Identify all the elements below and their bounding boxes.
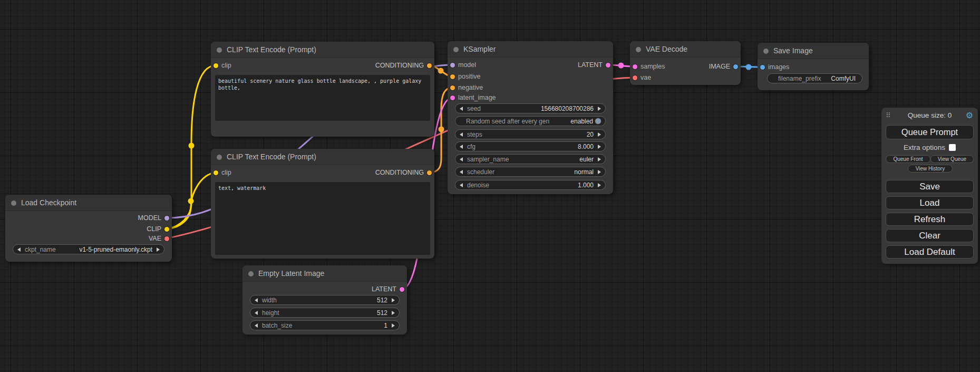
- steps-widget[interactable]: steps 20: [455, 129, 606, 139]
- clear-button[interactable]: Clear: [886, 229, 974, 242]
- toggle-icon[interactable]: [595, 118, 601, 124]
- gear-icon[interactable]: ⚙: [966, 110, 973, 121]
- load-button[interactable]: Load: [886, 196, 974, 209]
- increment-icon[interactable]: [598, 107, 601, 111]
- decrement-icon[interactable]: [255, 298, 258, 302]
- node-vae-decode[interactable]: VAE Decode samples IMAGE vae: [630, 41, 741, 85]
- decrement-icon[interactable]: [255, 311, 258, 315]
- increment-icon[interactable]: [598, 170, 601, 174]
- output-slot-conditioning[interactable]: CONDITIONING: [375, 61, 432, 70]
- refresh-button[interactable]: Refresh: [886, 213, 974, 226]
- node-save-image[interactable]: Save Image images filename_prefix ComfyU…: [758, 43, 869, 90]
- filename-prefix-widget[interactable]: filename_prefix ComfyUI: [767, 73, 862, 83]
- input-slot-samples[interactable]: samples: [633, 62, 665, 71]
- prompt-textarea[interactable]: beautiful scenery nature glass bottle la…: [215, 75, 430, 121]
- output-slot-image[interactable]: IMAGE: [709, 62, 738, 71]
- seed-widget[interactable]: seed 156680208700286: [455, 103, 606, 113]
- node-title-bar: KSampler: [448, 41, 613, 58]
- decrement-icon[interactable]: [460, 183, 463, 187]
- random-seed-toggle-widget[interactable]: Random seed after every gen enabled: [455, 116, 606, 126]
- queue-panel-header: ⠿ Queue size: 0 ⚙: [881, 108, 978, 123]
- node-title: CLIP Text Encode (Prompt): [227, 45, 316, 54]
- width-widget[interactable]: width 512: [250, 295, 400, 305]
- node-clip-text-encode-positive[interactable]: CLIP Text Encode (Prompt) clip CONDITION…: [211, 42, 434, 137]
- ckpt-name-widget[interactable]: ckpt_name v1-5-pruned-emaonly.ckpt: [13, 244, 164, 254]
- increment-icon[interactable]: [598, 157, 601, 161]
- latent-port-icon[interactable]: [450, 96, 455, 100]
- extra-options-checkbox[interactable]: [949, 144, 956, 151]
- prompt-textarea[interactable]: text, watermark: [215, 182, 430, 255]
- output-slot-latent[interactable]: LATENT: [578, 60, 610, 70]
- increment-icon[interactable]: [598, 183, 601, 187]
- model-port-icon[interactable]: [450, 63, 455, 68]
- model-port-icon[interactable]: [164, 216, 169, 221]
- denoise-widget[interactable]: denoise 1.000: [455, 180, 606, 190]
- drag-handle-icon[interactable]: ⠿: [886, 111, 891, 119]
- collapse-dot-icon[interactable]: [217, 155, 222, 160]
- clip-port-icon[interactable]: [214, 170, 218, 175]
- increment-icon[interactable]: [598, 145, 601, 149]
- input-slot-latent-image[interactable]: latent_image: [450, 93, 496, 102]
- vae-port-icon[interactable]: [633, 75, 637, 80]
- input-slot-positive[interactable]: positive: [450, 72, 480, 81]
- output-slot-clip[interactable]: CLIP: [147, 224, 169, 234]
- view-history-button[interactable]: View History: [908, 165, 953, 173]
- input-slot-model[interactable]: model: [450, 60, 476, 70]
- node-load-checkpoint[interactable]: Load Checkpoint MODEL CLIP VAE ckpt_name…: [5, 195, 172, 262]
- batch-size-widget[interactable]: batch_size 1: [250, 320, 400, 330]
- collapse-dot-icon[interactable]: [11, 201, 16, 206]
- save-button[interactable]: Save: [886, 180, 974, 193]
- increment-icon[interactable]: [157, 247, 160, 252]
- decrement-icon[interactable]: [460, 157, 463, 161]
- latent-port-icon[interactable]: [633, 64, 637, 69]
- image-port-icon[interactable]: [733, 64, 738, 69]
- collapse-dot-icon[interactable]: [763, 49, 769, 54]
- conditioning-port-icon[interactable]: [450, 85, 455, 90]
- input-slot-clip[interactable]: clip: [214, 168, 231, 177]
- scheduler-widget[interactable]: scheduler normal: [455, 167, 606, 177]
- node-empty-latent-image[interactable]: Empty Latent Image LATENT width 512 heig…: [242, 265, 407, 335]
- view-queue-button[interactable]: View Queue: [930, 155, 974, 163]
- input-slot-images[interactable]: images: [760, 62, 789, 72]
- decrement-icon[interactable]: [17, 247, 21, 252]
- collapse-dot-icon[interactable]: [217, 47, 222, 53]
- collapse-dot-icon[interactable]: [248, 271, 254, 276]
- conditioning-port-icon[interactable]: [427, 63, 432, 68]
- decrement-icon[interactable]: [255, 323, 258, 328]
- node-clip-text-encode-negative[interactable]: CLIP Text Encode (Prompt) clip CONDITION…: [211, 149, 434, 259]
- collapse-dot-icon[interactable]: [636, 47, 641, 52]
- input-slot-negative[interactable]: negative: [450, 83, 483, 92]
- output-slot-vae[interactable]: VAE: [149, 234, 169, 243]
- clip-port-icon[interactable]: [164, 227, 169, 232]
- increment-icon[interactable]: [392, 323, 395, 328]
- input-slot-clip[interactable]: clip: [214, 61, 231, 70]
- input-slot-vae[interactable]: vae: [633, 73, 651, 82]
- image-port-icon[interactable]: [760, 65, 765, 70]
- sampler-name-widget[interactable]: sampler_name euler: [455, 154, 606, 164]
- cfg-widget[interactable]: cfg 8.000: [455, 141, 606, 151]
- queue-front-button[interactable]: Queue Front: [886, 155, 930, 163]
- decrement-icon[interactable]: [460, 170, 463, 174]
- output-slot-model[interactable]: MODEL: [138, 213, 169, 223]
- latent-port-icon[interactable]: [606, 63, 610, 68]
- vae-port-icon[interactable]: [164, 236, 169, 241]
- increment-icon[interactable]: [392, 298, 395, 302]
- conditioning-port-icon[interactable]: [427, 170, 432, 175]
- collapse-dot-icon[interactable]: [453, 47, 459, 52]
- increment-icon[interactable]: [392, 311, 395, 315]
- conditioning-port-icon[interactable]: [450, 74, 455, 79]
- output-slot-conditioning[interactable]: CONDITIONING: [375, 168, 432, 177]
- latent-port-icon[interactable]: [400, 287, 404, 292]
- load-default-button[interactable]: Load Default: [886, 245, 974, 259]
- decrement-icon[interactable]: [460, 132, 463, 137]
- queue-prompt-button[interactable]: Queue Prompt: [886, 125, 974, 139]
- node-graph-canvas[interactable]: Load Checkpoint MODEL CLIP VAE ckpt_name…: [0, 0, 980, 372]
- height-widget[interactable]: height 512: [250, 308, 400, 318]
- node-ksampler[interactable]: KSampler model LATENT positive negative …: [448, 41, 613, 194]
- output-slot-latent[interactable]: LATENT: [372, 284, 404, 294]
- clip-port-icon[interactable]: [214, 63, 218, 68]
- decrement-icon[interactable]: [460, 145, 463, 149]
- increment-icon[interactable]: [598, 132, 601, 137]
- queue-size-label: Queue size: 0: [881, 108, 978, 123]
- decrement-icon[interactable]: [460, 107, 463, 111]
